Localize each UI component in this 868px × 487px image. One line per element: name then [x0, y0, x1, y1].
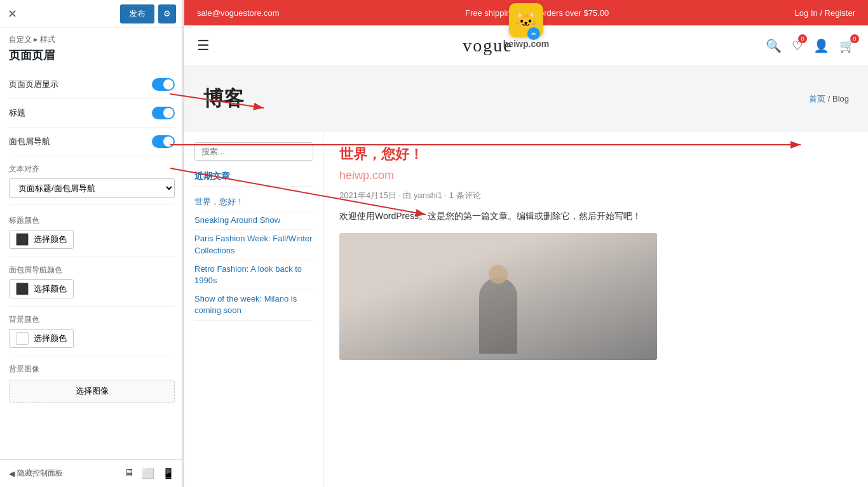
- panel-scroll-area: 页面页眉显示 标题 面包屑导航 文本对齐 页面标题/面包屑导航 居左 居中 居右: [0, 70, 184, 459]
- close-button[interactable]: ✕: [8, 7, 17, 21]
- bg-color-label: 背景颜色: [9, 314, 175, 325]
- search-box: 🔍: [194, 142, 313, 161]
- setting-breadcrumb: 面包屑导航: [9, 128, 175, 156]
- tablet-icon[interactable]: ⬜: [142, 467, 154, 479]
- post-watermark: heiwp.com: [339, 169, 853, 182]
- panel-bottom-bar: ◀ 隐藏控制面板 🖥 ⬜ 📱: [0, 459, 184, 487]
- device-icons-group: 🖥 ⬜ 📱: [124, 467, 175, 479]
- panel-scrollbar: [182, 0, 184, 487]
- announce-email: sale@voguestore.com: [197, 8, 280, 18]
- desktop-icon[interactable]: 🖥: [124, 467, 134, 479]
- post-title: 世界，您好！: [339, 145, 853, 164]
- cart-icon[interactable]: 🛒 0: [839, 38, 855, 53]
- search-icon[interactable]: 🔍: [766, 38, 782, 53]
- bg-image-section: 背景图像 选择图像: [9, 356, 175, 410]
- show-header-label: 页面页眉显示: [9, 79, 58, 90]
- show-header-toggle[interactable]: [152, 78, 175, 91]
- title-toggle[interactable]: [152, 107, 175, 119]
- breadcrumb-nav-label: 面包屑导航: [9, 136, 50, 147]
- title-color-swatch: [16, 233, 29, 246]
- list-item[interactable]: Sneaking Around Show: [194, 211, 313, 230]
- page-title: 博客: [203, 85, 244, 113]
- bg-color-swatch: [16, 332, 29, 345]
- header-icons: 🔍 ♡ 0 👤 🛒 0: [766, 38, 855, 53]
- bg-color-section: 背景颜色 选择颜色: [9, 307, 175, 356]
- breadcrumb-home-link[interactable]: 首页: [809, 94, 825, 103]
- search-input[interactable]: [195, 143, 313, 160]
- hide-controls-button[interactable]: ◀ 隐藏控制面板: [9, 468, 63, 479]
- chevron-left-icon: ◀: [9, 469, 15, 478]
- account-icon[interactable]: 👤: [813, 38, 829, 53]
- post-meta: 2021年4月15日 · 由 yanshi1 · 1 条评论: [339, 190, 853, 201]
- setting-show-header: 页面页眉显示: [9, 70, 175, 99]
- bg-color-button[interactable]: 选择颜色: [9, 329, 74, 348]
- bg-color-btn-label: 选择颜色: [34, 333, 67, 344]
- breadcrumb-trail: 首页 / Blog: [809, 93, 849, 105]
- blog-content: 世界，您好！ heiwp.com 2021年4月15日 · 由 yanshi1 …: [324, 132, 868, 487]
- breadcrumb-current: 样式: [40, 35, 55, 44]
- select-image-button[interactable]: 选择图像: [9, 380, 175, 403]
- text-align-select[interactable]: 页面标题/面包屑导航 居左 居中 居右: [9, 178, 175, 198]
- post-header: 世界，您好！ heiwp.com: [339, 145, 853, 182]
- breadcrumb-sep: /: [828, 94, 832, 103]
- post-image: [339, 233, 657, 360]
- bg-image-label: 背景图像: [9, 364, 175, 375]
- edit-badge: ✏: [527, 27, 540, 40]
- panel-topbar: ✕ 发布 ⚙: [0, 0, 184, 28]
- breadcrumb-toggle[interactable]: [152, 135, 175, 148]
- breadcrumb-color-btn-label: 选择颜色: [34, 283, 67, 295]
- title-color-label: 标题颜色: [9, 215, 175, 226]
- breadcrumb-color-label: 面包屑导航颜色: [9, 265, 175, 276]
- setting-title: 标题: [9, 99, 175, 128]
- publish-area: 发布 ⚙: [120, 4, 176, 23]
- announce-auth[interactable]: Log In / Register: [795, 8, 855, 18]
- breadcrumb-color-section: 面包屑导航颜色 选择颜色: [9, 257, 175, 307]
- mobile-icon[interactable]: 📱: [162, 467, 175, 479]
- panel-breadcrumb: 自定义 ▸ 样式: [0, 28, 184, 48]
- panel-title: 页面页眉: [0, 48, 184, 70]
- wishlist-icon[interactable]: ♡ 0: [792, 38, 803, 53]
- list-item[interactable]: Paris Fashion Week: Fall/Winter Collecti…: [194, 230, 313, 260]
- title-color-btn-label: 选择颜色: [34, 234, 67, 245]
- recent-posts-list: 世界，您好！ Sneaking Around Show Paris Fashio…: [194, 193, 313, 321]
- breadcrumb-color-button[interactable]: 选择颜色: [9, 279, 74, 298]
- settings-button[interactable]: ⚙: [158, 4, 176, 23]
- breadcrumb-color-swatch: [16, 283, 29, 295]
- hide-controls-label: 隐藏控制面板: [17, 468, 63, 479]
- recent-posts-title: 近期文章: [194, 171, 313, 187]
- wishlist-badge: 0: [798, 34, 807, 43]
- text-align-section: 文本对齐 页面标题/面包屑导航 居左 居中 居右: [9, 156, 175, 202]
- title-label: 标题: [9, 107, 25, 119]
- list-item[interactable]: Show of the week: Milano is coming soon: [194, 290, 313, 320]
- list-item[interactable]: Retro Fashion: A look back to 1990s: [194, 260, 313, 290]
- sidebar: 🔍 近期文章 世界，您好！ Sneaking Around Show Paris…: [184, 132, 324, 487]
- breadcrumb-parent[interactable]: 自定义: [9, 35, 32, 44]
- preview-area: 🐱 heiwp.com ✏ sale@voguestore.com Free s…: [184, 0, 868, 487]
- title-color-section: 标题颜色 选择颜色: [9, 208, 175, 257]
- heiwp-overlay: 🐱 heiwp.com ✏: [503, 3, 549, 49]
- hamburger-menu[interactable]: ☰: [197, 37, 210, 54]
- heiwp-logo-text: heiwp.com: [503, 39, 549, 49]
- post-excerpt: 欢迎使用WordPress。这是您的第一篇文章。编辑或删除它，然后开始写吧！: [339, 209, 853, 223]
- breadcrumb-sep: ▸: [34, 35, 37, 44]
- title-color-button[interactable]: 选择颜色: [9, 230, 74, 249]
- publish-button[interactable]: 发布: [120, 4, 154, 23]
- customizer-panel: ✕ 发布 ⚙ 自定义 ▸ 样式 页面页眉 页面页眉显示 标题 面包屑导航 文本对…: [0, 0, 184, 487]
- main-content: 🔍 近期文章 世界，您好！ Sneaking Around Show Paris…: [184, 132, 868, 487]
- text-align-label: 文本对齐: [9, 164, 175, 175]
- page-header: 博客 首页 / Blog: [184, 66, 868, 132]
- cart-badge: 0: [850, 34, 859, 43]
- breadcrumb-current: Blog: [832, 94, 849, 103]
- list-item[interactable]: 世界，您好！: [194, 193, 313, 211]
